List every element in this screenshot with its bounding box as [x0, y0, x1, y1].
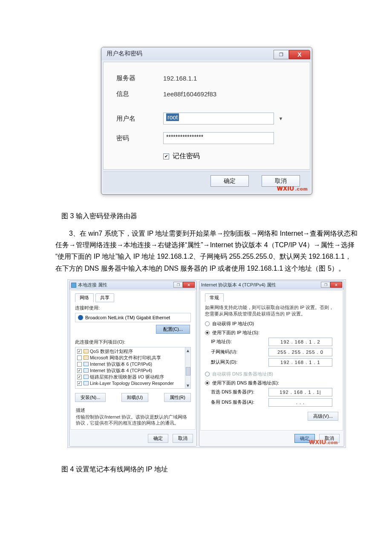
scroll-thumb[interactable] — [186, 367, 190, 376]
help-button[interactable]: ❐ — [274, 50, 289, 59]
tab-general[interactable]: 常规 — [205, 293, 224, 302]
tab-network[interactable]: 网络 — [75, 293, 94, 302]
dns-fields: 首选 DNS 服务器(P):192 . 168 . 1 . 1| 备用 DNS … — [211, 388, 338, 407]
password-input[interactable]: **************** — [163, 132, 274, 144]
description-head: 描述 — [76, 407, 190, 413]
uninstall-button[interactable]: 卸载(U) — [121, 393, 148, 402]
close-button[interactable]: X — [330, 282, 342, 288]
alt-dns-label: 备用 DNS 服务器(A): — [211, 399, 268, 405]
checkbox-icon[interactable]: ✓ — [77, 349, 82, 354]
password-label: 密码 — [116, 134, 163, 142]
scroll-track[interactable] — [185, 353, 190, 382]
advanced-button[interactable]: 高级(V)... — [308, 412, 338, 421]
ok-button[interactable]: 确定 — [294, 434, 315, 443]
properties-button[interactable]: 属性(R) — [164, 393, 191, 402]
figure-3-caption: 图 3 输入密码登录路由器 — [61, 212, 358, 221]
gateway-input[interactable]: 192 . 168 . 1 . 1 — [268, 358, 332, 367]
protocol-icon — [84, 356, 89, 360]
ok-button[interactable]: 确定 — [210, 175, 249, 187]
adapter-field: Broadcom NetLink (TM) Gigabit Ethernet — [75, 313, 191, 322]
description-body: 传输控制协议/Internet 协议。该协议是默认的广域网络协议，它提供在不同的… — [76, 414, 190, 426]
list-item[interactable]: ✓Internet 协议版本 4 (TCP/IPv4) — [75, 367, 190, 374]
protocol-icon — [84, 381, 89, 385]
remember-label: 记住密码 — [173, 152, 200, 161]
button-bar: 确定 取消 WXIU.com — [103, 171, 310, 193]
username-row: 用户名 root ▼ — [116, 113, 297, 124]
ip-fields: IP 地址(I):192 . 168 . 1 . 2 子网掩码(U):255 .… — [211, 338, 338, 367]
window-icon — [71, 283, 76, 288]
info-row: 信息 1ee88f1604692f83 — [116, 90, 297, 98]
checkbox-icon[interactable] — [77, 362, 82, 367]
list-item-label: 链路层拓扑发现映射器 I/O 驱动程序 — [90, 374, 164, 380]
titlebar: 用户名和密码 ❐ X — [101, 47, 312, 60]
checkbox-icon[interactable]: ✓ — [77, 375, 82, 379]
help-button[interactable]: ❐ — [321, 282, 330, 288]
username-input[interactable]: root — [163, 113, 274, 124]
client-area: 服务器 192.168.1.1 信息 1ee88f1604692f83 用户名 … — [103, 62, 310, 170]
info-message: 如果网络支持此功能，则可以获取自动指派的 IP 设置。否则，您需要从网络系统管理… — [205, 304, 338, 317]
list-item[interactable]: Microsoft 网络的文件和打印机共享 — [75, 355, 190, 361]
use-dns-radio-row[interactable]: 使用下面的 DNS 服务器地址(E): — [205, 380, 338, 386]
button-bar: 确定 取消 — [69, 431, 196, 446]
adapter-icon — [78, 315, 83, 320]
ipv4-properties-dialog: Internet 协议版本 4 (TCP/IPv4) 属性 ❐ X 常规 如果网… — [199, 280, 344, 447]
list-item-label: Internet 协议版本 4 (TCP/IPv4) — [90, 367, 152, 374]
close-button[interactable]: X — [289, 50, 310, 59]
use-dns-label: 使用下面的 DNS 服务器地址(E): — [212, 380, 279, 385]
login-dialog: 用户名和密码 ❐ X 服务器 192.168.1.1 信息 1ee88f1604… — [101, 47, 312, 195]
watermark-text: WXIU — [277, 185, 294, 192]
pref-dns-label: 首选 DNS 服务器(P): — [211, 389, 268, 395]
checkbox-icon[interactable] — [77, 356, 82, 360]
radio-icon — [205, 321, 210, 326]
list-item-label: Microsoft 网络的文件和打印机共享 — [90, 355, 161, 361]
local-connection-properties-dialog: 本地连接 属性 ❐ X 网络 共享 连接时使用: Broadcom NetLin… — [69, 280, 197, 447]
list-item[interactable]: ✓链路层拓扑发现映射器 I/O 驱动程序 — [75, 374, 190, 380]
cancel-button[interactable]: 取消 — [173, 434, 193, 443]
username-label: 用户名 — [116, 115, 163, 123]
scroll-down-icon[interactable]: ▼ — [185, 382, 190, 388]
list-item-label: QoS 数据包计划程序 — [90, 348, 133, 355]
username-dropdown-icon[interactable]: ▼ — [276, 113, 286, 124]
use-ip-radio-row[interactable]: 使用下面的 IP 地址(S): — [205, 330, 338, 336]
configure-button[interactable]: 配置(C)... — [156, 325, 190, 334]
checkbox-icon[interactable]: ✓ — [77, 381, 82, 386]
alt-dns-input[interactable]: . . . — [268, 398, 332, 407]
list-item[interactable]: Internet 协议版本 6 (TCP/IPv6) — [75, 361, 190, 367]
info-value: 1ee88f1604692f83 — [163, 90, 216, 98]
mask-input[interactable]: 255 . 255 . 255 . 0 — [268, 348, 332, 356]
dialog-title: 用户名和密码 — [107, 50, 142, 58]
checkbox-icon[interactable]: ✓ — [77, 368, 82, 373]
protocol-icon — [84, 349, 89, 353]
cancel-button[interactable]: 取消 — [319, 434, 340, 443]
auto-dns-label: 自动获得 DNS 服务器地址(B) — [212, 371, 273, 376]
watermark-suffix: .com — [295, 186, 308, 191]
install-button[interactable]: 安装(N)... — [75, 393, 106, 402]
tab-strip: 常规 — [205, 293, 338, 302]
server-row: 服务器 192.168.1.1 — [116, 74, 297, 82]
tab-share[interactable]: 共享 — [95, 293, 114, 302]
ip-input[interactable]: 192 . 168 . 1 . 2 — [268, 338, 332, 346]
remember-checkbox[interactable]: ✔ — [163, 153, 169, 159]
list-item[interactable]: ✓Link-Layer Topology Discovery Responder — [75, 380, 190, 387]
ok-button[interactable]: 确定 — [148, 434, 168, 443]
protocol-icon — [84, 362, 89, 366]
list-label: 此连接使用下列项目(O): — [75, 339, 191, 345]
list-item[interactable]: ✓QoS 数据包计划程序 — [75, 348, 190, 355]
description-box: 描述 传输控制协议/Internet 协议。该协议是默认的广域网络协议，它提供在… — [75, 405, 191, 428]
username-value: root — [166, 113, 179, 121]
server-label: 服务器 — [116, 74, 163, 82]
help-button[interactable]: ❐ — [173, 282, 183, 288]
scroll-up-icon[interactable]: ▲ — [185, 347, 190, 353]
auto-ip-radio-row[interactable]: 自动获得 IP 地址(O) — [205, 321, 338, 327]
mask-label: 子网掩码(U): — [211, 349, 268, 355]
instruction-paragraph: 3、在 win7 系统下，设置 IP 地址需要到开始菜单→控制面板→网络和 In… — [55, 228, 358, 274]
titlebar: Internet 协议版本 4 (TCP/IPv4) 属性 ❐ X — [199, 281, 344, 289]
close-button[interactable]: X — [183, 282, 195, 288]
figure-4-caption: 图 4 设置笔记本有线网络的 IP 地址 — [61, 465, 358, 474]
pref-dns-input[interactable]: 192 . 168 . 1 . 1| — [268, 388, 332, 396]
adapter-name: Broadcom NetLink (TM) Gigabit Ethernet — [85, 315, 170, 320]
info-label: 信息 — [116, 90, 163, 98]
protocol-list[interactable]: ✓QoS 数据包计划程序Microsoft 网络的文件和打印机共享Interne… — [75, 347, 191, 389]
protocol-icon — [84, 368, 89, 373]
radio-icon — [205, 330, 210, 335]
